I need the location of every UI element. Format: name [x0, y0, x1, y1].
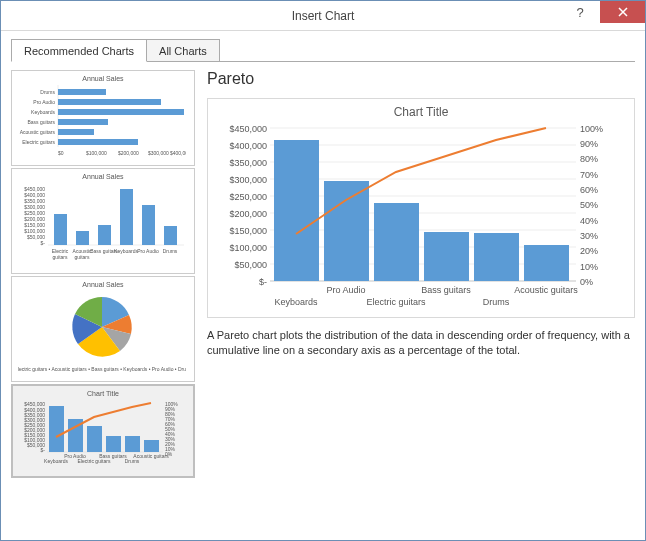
svg-text:$450,000: $450,000	[229, 124, 267, 134]
svg-text:guitars: guitars	[52, 254, 68, 260]
svg-text:40%: 40%	[580, 216, 598, 226]
thumb-title: Annual Sales	[18, 75, 188, 82]
titlebar: Insert Chart ?	[1, 1, 645, 31]
svg-text:Drums: Drums	[483, 297, 510, 307]
chart-preview[interactable]: Chart Title	[207, 98, 635, 318]
thumb-chart-icon: $450,000 $400,000 $350,000 $300,000 $250…	[19, 400, 183, 472]
svg-text:Keyboards: Keyboards	[31, 109, 55, 115]
svg-rect-109	[274, 140, 319, 281]
svg-text:$-: $-	[259, 277, 267, 287]
svg-text:Pro Audio: Pro Audio	[137, 248, 159, 254]
svg-text:$100,000: $100,000	[86, 150, 107, 156]
svg-text:100%: 100%	[580, 124, 603, 134]
tab-recommended[interactable]: Recommended Charts	[11, 39, 147, 62]
svg-text:$-: $-	[41, 447, 46, 453]
chart-thumb-bar-horizontal[interactable]: Annual Sales Drums Pro Audio	[11, 70, 195, 166]
svg-text:Acoustic guitars: Acoustic guitars	[133, 453, 169, 459]
svg-text:Bass guitars: Bass guitars	[421, 285, 471, 295]
svg-rect-31	[98, 225, 111, 245]
svg-rect-71	[144, 440, 159, 452]
svg-text:Bass guitars: Bass guitars	[27, 119, 55, 125]
svg-text:Keyboards: Keyboards	[274, 297, 318, 307]
thumb-chart-icon: • Electric guitars • Acoustic guitars • …	[18, 291, 186, 377]
svg-rect-2	[58, 99, 161, 105]
svg-text:20%: 20%	[580, 246, 598, 256]
svg-rect-69	[106, 436, 121, 452]
svg-rect-3	[58, 109, 184, 115]
svg-rect-29	[54, 214, 67, 245]
svg-rect-110	[324, 181, 369, 281]
chart-thumb-pie[interactable]: Annual Sales • Electric guitars • Acoust…	[11, 276, 195, 382]
thumb-title: Chart Title	[19, 390, 187, 397]
close-button[interactable]	[600, 1, 645, 23]
chart-thumb-bar-vertical[interactable]: Annual Sales $450,000 $400,000 $350,000 …	[11, 168, 195, 274]
svg-rect-66	[49, 406, 64, 452]
svg-text:$200,000: $200,000	[118, 150, 139, 156]
svg-text:$150,000: $150,000	[229, 226, 267, 236]
svg-text:0%: 0%	[580, 277, 593, 287]
tab-all-charts[interactable]: All Charts	[147, 39, 220, 61]
svg-text:$50,000: $50,000	[234, 260, 267, 270]
svg-rect-113	[474, 233, 519, 281]
svg-text:Electric guitars: Electric guitars	[22, 139, 55, 145]
chart-title: Chart Title	[218, 105, 624, 119]
svg-text:$400,000: $400,000	[170, 150, 186, 156]
svg-rect-5	[58, 129, 94, 135]
svg-text:Acoustic guitars: Acoustic guitars	[20, 129, 56, 135]
svg-text:Pro Audio: Pro Audio	[33, 99, 55, 105]
svg-rect-34	[164, 226, 177, 245]
thumb-chart-icon: Drums Pro Audio Keyboards Bass guitars A…	[18, 85, 186, 161]
svg-text:guitars: guitars	[74, 254, 90, 260]
svg-text:$100,000: $100,000	[229, 243, 267, 253]
svg-text:80%: 80%	[580, 154, 598, 164]
svg-text:30%: 30%	[580, 231, 598, 241]
svg-text:Electric guitars: Electric guitars	[366, 297, 426, 307]
svg-text:Drums: Drums	[40, 89, 55, 95]
insert-chart-dialog: Insert Chart ? Recommended Charts All Ch…	[0, 0, 646, 541]
svg-text:$250,000: $250,000	[229, 192, 267, 202]
svg-text:Keyboards: Keyboards	[114, 248, 138, 254]
recommended-list: Annual Sales Drums Pro Audio	[11, 70, 195, 480]
close-icon	[618, 7, 628, 17]
svg-text:Acoustic guitars: Acoustic guitars	[514, 285, 578, 295]
tabs: Recommended Charts All Charts	[11, 39, 635, 62]
svg-text:• Electric guitars  • Acoustic: • Electric guitars • Acoustic guitars • …	[18, 366, 186, 372]
thumb-title: Annual Sales	[18, 173, 188, 180]
svg-rect-114	[524, 245, 569, 281]
svg-rect-33	[142, 205, 155, 245]
svg-text:Bass guitars: Bass guitars	[99, 453, 127, 459]
svg-text:$300,000: $300,000	[148, 150, 169, 156]
svg-text:50%: 50%	[580, 200, 598, 210]
svg-rect-111	[374, 203, 419, 281]
svg-text:$400,000: $400,000	[229, 141, 267, 151]
svg-text:$350,000: $350,000	[229, 158, 267, 168]
svg-rect-30	[76, 231, 89, 245]
svg-text:90%: 90%	[580, 139, 598, 149]
svg-rect-70	[125, 436, 140, 452]
svg-text:Drums: Drums	[163, 248, 178, 254]
svg-rect-32	[120, 189, 133, 245]
chart-thumb-pareto[interactable]: Chart Title $450,000 $400,000 $350,000 $…	[11, 384, 195, 478]
svg-rect-1	[58, 89, 106, 95]
chart-description: A Pareto chart plots the distribution of…	[207, 328, 635, 358]
svg-text:Pro Audio: Pro Audio	[326, 285, 365, 295]
svg-rect-6	[58, 139, 138, 145]
svg-text:$200,000: $200,000	[229, 209, 267, 219]
chart-type-name: Pareto	[207, 70, 635, 88]
pareto-chart-icon: $450,000 $400,000 $350,000 $300,000 $250…	[218, 123, 608, 313]
svg-text:$-: $-	[41, 240, 46, 246]
svg-rect-112	[424, 232, 469, 281]
svg-text:$300,000: $300,000	[229, 175, 267, 185]
svg-rect-68	[87, 426, 102, 452]
svg-text:$0: $0	[58, 150, 64, 156]
svg-text:10%: 10%	[580, 262, 598, 272]
svg-text:60%: 60%	[580, 185, 598, 195]
svg-rect-4	[58, 119, 108, 125]
thumb-title: Annual Sales	[18, 281, 188, 288]
help-button[interactable]: ?	[560, 1, 600, 23]
dialog-title: Insert Chart	[1, 9, 645, 23]
chart-preview-panel: Pareto Chart Title	[207, 70, 635, 480]
svg-text:70%: 70%	[580, 170, 598, 180]
thumb-chart-icon: $450,000 $400,000 $350,000 $300,000 $250…	[18, 183, 186, 269]
